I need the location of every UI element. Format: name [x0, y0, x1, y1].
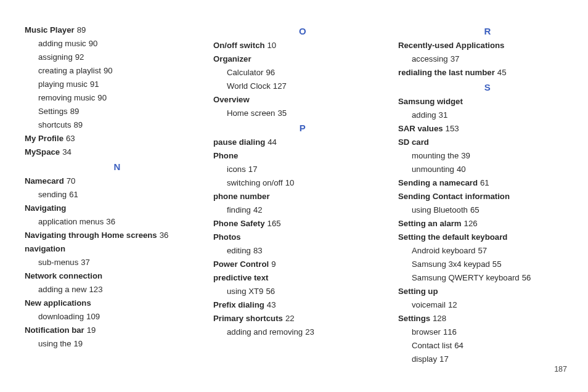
index-page-ref: 61 — [69, 190, 78, 199]
index-term: browser — [412, 327, 441, 337]
index-term: removing music — [38, 93, 95, 102]
index-page-ref: 126 — [464, 219, 478, 228]
index-page-ref: 96 — [266, 68, 275, 77]
index-column-1: Music Player89adding music90assigning92c… — [25, 23, 210, 372]
index-entry: Samsung widget — [398, 95, 577, 108]
index-subentry: adding a new123 — [25, 283, 210, 296]
index-term: Home screen — [227, 108, 275, 118]
index-term: accessing — [412, 54, 448, 63]
index-term: adding and removing — [227, 327, 303, 337]
index-page-ref: 19 — [74, 339, 83, 348]
index-page-ref: 91 — [90, 80, 99, 89]
index-subentry: browser116 — [398, 325, 577, 339]
index-page-ref: 34 — [62, 147, 71, 157]
index-page-ref: 56 — [522, 273, 531, 282]
index-term: using the — [38, 339, 71, 348]
index-entry: MySpace34 — [25, 145, 210, 159]
index-term: Setting an alarm — [398, 219, 462, 228]
index-term: Contact list — [412, 341, 452, 350]
index-page: Music Player89adding music90assigning92c… — [0, 0, 588, 392]
index-term: MySpace — [25, 147, 60, 157]
index-subentry: sending61 — [25, 188, 210, 202]
index-subentry: Home screen35 — [213, 107, 392, 120]
index-subentry: adding music90 — [25, 37, 210, 51]
index-subentry: adding31 — [398, 108, 577, 122]
index-term: navigation — [25, 244, 65, 253]
index-term: SD card — [398, 137, 429, 147]
index-page-ref: 64 — [454, 341, 463, 350]
index-subentry: accessing37 — [398, 52, 577, 66]
index-subentry: Contact list64 — [398, 339, 577, 353]
section-letter: O — [213, 26, 392, 36]
index-page-ref: 89 — [74, 120, 83, 129]
index-page-ref: 89 — [70, 107, 80, 116]
index-page-ref: 36 — [160, 231, 169, 240]
index-entry: Setting up — [398, 285, 577, 298]
index-page-ref: 35 — [277, 108, 287, 118]
index-entry: Sending a namecard61 — [398, 176, 577, 190]
index-page-ref: 116 — [443, 327, 457, 337]
index-page-ref: 12 — [448, 300, 457, 309]
index-subentry: playing music91 — [25, 78, 210, 91]
index-page-ref: 31 — [439, 110, 448, 120]
index-entry: Notification bar19 — [25, 324, 210, 337]
index-entry: Prefix dialing43 — [213, 298, 392, 312]
index-term: switching on/off — [227, 178, 283, 187]
index-term: display — [412, 354, 437, 364]
index-subentry: assigning92 — [25, 51, 210, 64]
index-term: Namecard — [25, 176, 64, 186]
index-term: voicemail — [412, 300, 446, 309]
index-entry: Phone Safety165 — [213, 217, 392, 231]
index-term: Phone — [213, 151, 238, 160]
index-entry: Primary shortcuts22 — [213, 312, 392, 325]
index-page-ref: 109 — [86, 312, 100, 321]
index-page-ref: 37 — [81, 258, 90, 267]
index-entry: Network connection — [25, 269, 210, 283]
index-term: Calculator — [227, 68, 263, 77]
index-entry: Power Control9 — [213, 258, 392, 271]
index-page-ref: 89 — [77, 25, 86, 35]
section-letter: R — [398, 26, 577, 36]
page-number: 187 — [554, 365, 567, 374]
index-page-ref: 90 — [89, 39, 98, 48]
index-page-ref: 43 — [267, 300, 276, 309]
index-page-ref: 9 — [271, 259, 276, 269]
index-term: On/off switch — [213, 41, 265, 50]
index-subentry: shortcuts89 — [25, 118, 210, 132]
section-letter: S — [398, 82, 577, 92]
index-entry: Photos — [213, 231, 392, 244]
index-term: predictive text — [213, 273, 268, 282]
index-page-ref: 17 — [439, 354, 449, 364]
index-term: editing — [227, 246, 251, 255]
index-entry: Overview — [213, 93, 392, 107]
index-term: Sending a namecard — [398, 178, 478, 187]
index-page-ref: 23 — [305, 327, 314, 337]
index-term: Power Control — [213, 259, 269, 269]
index-subentry: Samsung QWERTY keyboard56 — [398, 271, 577, 285]
index-subentry: creating a playlist90 — [25, 64, 210, 78]
index-subentry: Settings89 — [25, 105, 210, 118]
index-term: finding — [227, 205, 251, 214]
section-letter: N — [25, 161, 210, 172]
index-subentry: removing music90 — [25, 91, 210, 105]
index-entry: Namecard70 — [25, 174, 210, 188]
index-column-2: OOn/off switch10OrganizerCalculator96Wor… — [213, 23, 392, 372]
index-term: adding — [412, 110, 436, 120]
index-entry: Recently-used Applications — [398, 39, 577, 52]
index-page-ref: 90 — [104, 66, 113, 75]
index-term: Notification bar — [25, 325, 84, 335]
index-page-ref: 39 — [461, 151, 470, 160]
index-entry: Navigating — [25, 202, 210, 215]
index-page-ref: 44 — [267, 137, 277, 147]
index-page-ref: 42 — [253, 205, 263, 214]
index-page-ref: 17 — [248, 165, 258, 174]
index-subentry: icons17 — [213, 163, 392, 176]
section-letter: P — [213, 123, 392, 133]
index-term: Photos — [213, 232, 241, 242]
index-entry: Navigating through Home screens36 — [25, 229, 210, 242]
index-subentry: finding42 — [213, 203, 392, 217]
index-term: My Profile — [25, 134, 63, 143]
index-term: adding a new — [38, 285, 86, 294]
index-entry: Music Player89 — [25, 23, 210, 37]
index-term: Android keyboard — [412, 246, 475, 255]
